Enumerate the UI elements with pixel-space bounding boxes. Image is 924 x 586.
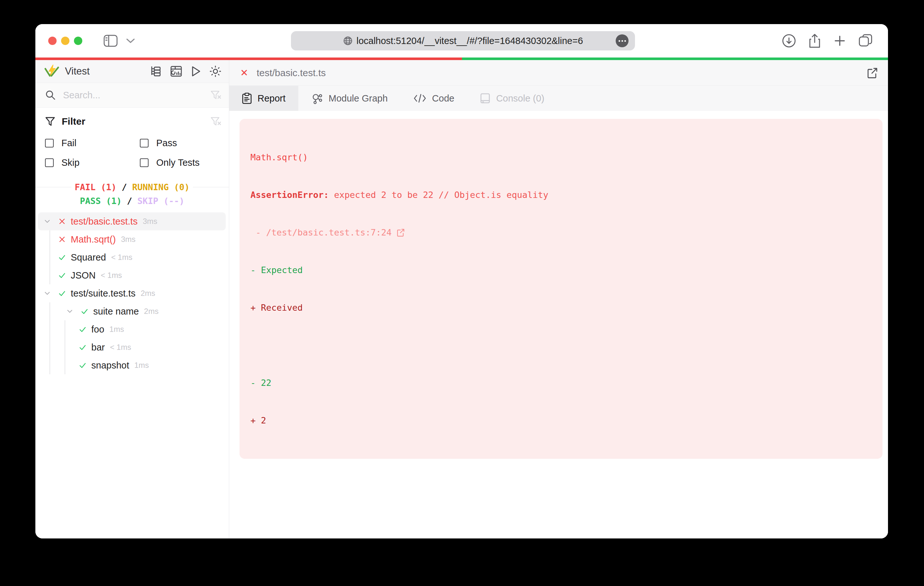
tab-report[interactable]: Report <box>229 86 299 111</box>
tree-view-icon[interactable] <box>150 65 163 78</box>
sidebar-toggle-icon[interactable] <box>104 35 118 47</box>
filter-checkbox-fail[interactable]: Fail <box>45 138 140 148</box>
download-icon[interactable] <box>782 34 796 48</box>
pass-status-icon <box>78 325 87 334</box>
tree-row[interactable]: Math.sqrt()3ms <box>38 230 226 249</box>
summary-pass-count: PASS (1) <box>80 196 122 206</box>
search-icon <box>45 90 56 100</box>
tree-row[interactable]: Squared< 1ms <box>38 249 226 266</box>
console-icon <box>480 93 490 104</box>
diff-expected-value: - 22 <box>251 378 271 388</box>
dashboard-icon[interactable] <box>170 65 183 78</box>
filter-checkbox-only-tests[interactable]: Only Tests <box>140 157 221 168</box>
tree-row[interactable]: foo1ms <box>38 320 226 338</box>
tab-code[interactable]: Code <box>401 86 467 111</box>
test-duration: 3ms <box>143 217 157 226</box>
open-file-header: ✕ test/basic.test.ts <box>229 60 888 86</box>
test-duration: 2ms <box>144 307 158 316</box>
chevron-down-icon[interactable] <box>64 307 75 316</box>
fail-status-icon <box>57 217 67 226</box>
browser-toolbar: localhost:51204/__vitest__/#/?file=16484… <box>35 24 888 58</box>
filter-title: Filter <box>62 116 85 127</box>
view-tabs: Report Module Graph Code <box>229 86 888 111</box>
filter-checkbox-skip[interactable]: Skip <box>45 157 140 168</box>
tab-module-graph[interactable]: Module Graph <box>299 86 401 111</box>
share-icon[interactable] <box>808 33 821 48</box>
tree-row[interactable]: test/suite.test.ts2ms <box>38 284 226 302</box>
tree-row[interactable]: test/basic.test.ts3ms <box>38 212 226 230</box>
clipboard-icon <box>242 92 252 104</box>
checkbox[interactable] <box>140 139 148 148</box>
checkbox[interactable] <box>45 139 54 148</box>
tree-guide-line <box>50 266 50 284</box>
test-label: JSON <box>71 270 96 281</box>
globe-icon <box>343 36 353 46</box>
module-graph-icon <box>311 92 323 104</box>
checkbox[interactable] <box>140 158 148 167</box>
filter-clear-icon[interactable] <box>210 90 221 100</box>
tree-row[interactable]: JSON< 1ms <box>38 266 226 284</box>
fail-status-icon <box>57 235 67 244</box>
run-summary: FAIL (1) / RUNNING (0) PASS (1) / SKIP (… <box>35 180 229 208</box>
chevron-down-icon[interactable] <box>126 38 135 44</box>
tab-console[interactable]: Console (0) <box>467 86 557 111</box>
minimize-window-button[interactable] <box>61 37 69 45</box>
test-duration: 2ms <box>140 289 155 298</box>
run-progress-bar <box>35 58 888 60</box>
tree-row[interactable]: snapshot1ms <box>38 356 226 374</box>
filter-checkbox-pass[interactable]: Pass <box>140 138 221 148</box>
filter-clear-icon[interactable] <box>210 116 221 127</box>
summary-fail-count: FAIL (1) <box>74 182 116 192</box>
pass-status-icon <box>78 343 87 352</box>
external-link-icon[interactable] <box>396 228 405 237</box>
test-label: test/basic.test.ts <box>71 216 138 227</box>
tree-guide-line <box>50 249 50 266</box>
test-duration: 1ms <box>134 361 149 370</box>
pass-status-icon <box>57 271 67 280</box>
checkbox[interactable] <box>45 158 54 167</box>
chevron-down-icon[interactable] <box>42 217 53 226</box>
pass-status-icon <box>57 289 67 298</box>
url-text: localhost:51204/__vitest__/#/?file=16484… <box>356 36 583 46</box>
test-label: bar <box>91 342 105 353</box>
zoom-window-button[interactable] <box>74 37 82 45</box>
search-bar[interactable]: Search... <box>35 82 229 108</box>
test-duration: < 1ms <box>101 271 122 280</box>
tree-guide-line <box>50 230 50 249</box>
test-duration: 1ms <box>109 325 124 334</box>
tree-guide-line <box>50 356 50 374</box>
progress-fail-segment <box>35 58 462 60</box>
test-label: foo <box>91 324 104 335</box>
tabs-overview-icon[interactable] <box>858 34 873 48</box>
close-window-button[interactable] <box>48 37 56 45</box>
error-name: AssertionError: <box>251 190 334 200</box>
test-label: snapshot <box>91 360 129 371</box>
test-label: Squared <box>71 252 106 263</box>
code-icon <box>413 94 426 103</box>
theme-toggle-icon[interactable] <box>209 65 222 78</box>
test-label: Math.sqrt() <box>71 234 116 245</box>
new-tab-icon[interactable] <box>833 35 846 47</box>
fail-status-icon: ✕ <box>240 67 248 78</box>
browser-window: localhost:51204/__vitest__/#/?file=16484… <box>35 24 888 538</box>
pass-status-icon <box>78 361 87 370</box>
summary-skip-count: SKIP (--) <box>137 196 184 206</box>
address-bar[interactable]: localhost:51204/__vitest__/#/?file=16484… <box>291 31 635 51</box>
search-input[interactable]: Search... <box>63 90 100 100</box>
more-icon[interactable] <box>615 35 629 47</box>
chevron-down-icon[interactable] <box>42 289 53 298</box>
tree-guide-line <box>50 338 50 356</box>
sidebar: Vitest <box>35 60 229 538</box>
failed-test-name: Math.sqrt() <box>251 152 308 162</box>
run-all-icon[interactable] <box>190 65 202 77</box>
open-file-name: test/basic.test.ts <box>257 67 326 78</box>
summary-running-count: RUNNING (0) <box>132 182 190 192</box>
tree-row[interactable]: bar< 1ms <box>38 338 226 356</box>
filter-panel: Filter Fail Pass <box>35 108 229 171</box>
stack-trace-link[interactable]: - /test/basic.test.ts:7:24 <box>251 226 405 239</box>
sidebar-header: Vitest <box>35 60 229 82</box>
external-link-icon[interactable] <box>866 67 878 79</box>
vitest-logo-icon <box>45 64 59 78</box>
pass-status-icon <box>80 307 89 316</box>
tree-row[interactable]: suite name2ms <box>38 302 226 320</box>
